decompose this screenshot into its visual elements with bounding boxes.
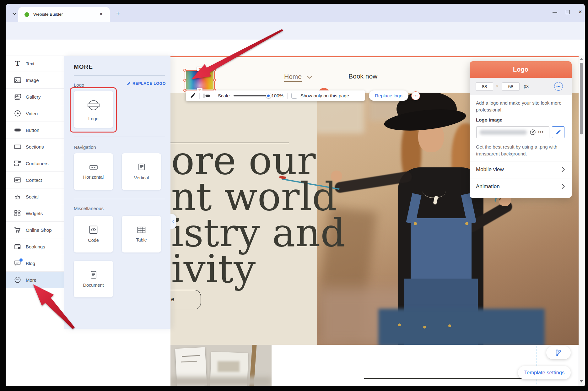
edit-pencil-icon[interactable] <box>190 93 196 98</box>
scrollbar-thumb[interactable] <box>580 63 583 134</box>
window-close-icon[interactable]: ✕ <box>578 9 582 15</box>
screenshot: Website Builder ✕ + ✕ <box>0 0 588 391</box>
logo-height-input[interactable]: 58 <box>502 82 520 91</box>
selection-handle[interactable] <box>213 79 216 82</box>
selection-handle[interactable] <box>213 69 216 72</box>
card-vertical[interactable]: Vertical <box>122 153 161 190</box>
scrollbar-down-arrow[interactable] <box>580 380 583 383</box>
card-horizontal[interactable]: Horizontal <box>74 153 113 190</box>
annotation-highlight-box <box>70 87 117 133</box>
filename-more-icon[interactable]: ••• <box>538 129 544 134</box>
page-scrollbar[interactable] <box>579 56 584 386</box>
necklace-cord <box>423 184 446 198</box>
tab-search-button[interactable] <box>11 10 18 18</box>
builder-toolbar: onecom Page: Home Help Save <box>6 40 585 56</box>
size-unit-label: px <box>524 83 529 89</box>
document-icon <box>89 271 98 279</box>
scale-value: 100% <box>272 93 283 98</box>
video-icon <box>14 110 21 117</box>
scale-label: Scale <box>218 93 230 98</box>
sidebar-item-blog[interactable]: Blog <box>6 255 64 272</box>
more-panel-title: MORE <box>74 63 93 70</box>
sidebar-item-containers[interactable]: Containers <box>6 155 64 172</box>
sidebar-item-text[interactable]: T Text <box>6 55 64 72</box>
show-only-label: Show only on this page <box>300 93 349 98</box>
color-swatches-icon <box>555 349 562 356</box>
logo-width-input[interactable]: 88 <box>476 82 493 91</box>
overall-bib <box>411 218 472 283</box>
card-code[interactable]: Code <box>74 216 113 253</box>
blog-icon <box>14 260 21 267</box>
new-tab-button[interactable]: + <box>116 11 120 16</box>
sidebar-item-video[interactable]: Video <box>6 105 64 122</box>
selection-handle[interactable] <box>183 69 186 72</box>
button-icon <box>14 127 21 133</box>
contact-icon <box>14 176 21 183</box>
nav-home-chevron-icon[interactable] <box>307 76 312 79</box>
window-minimize-icon[interactable] <box>553 12 557 13</box>
mobile-view-row[interactable]: Mobile view <box>470 161 572 178</box>
selection-more-options-icon[interactable]: ••• <box>411 91 420 100</box>
scale-slider-thumb[interactable] <box>266 93 271 98</box>
gallery-icon <box>14 93 21 100</box>
sidebar-item-widgets[interactable]: Widgets <box>6 205 64 222</box>
sidebar-item-contact[interactable]: Contact <box>6 172 64 188</box>
sidebar-item-sections[interactable]: Sections <box>6 138 64 155</box>
more-panel: MORE Logo REPLACE LOGO Logo Navigation H… <box>64 56 170 329</box>
show-only-checkbox[interactable] <box>291 93 297 99</box>
tab-title: Website Builder <box>33 12 63 17</box>
logo-panel-description: Add a logo and make your site look more … <box>476 100 569 113</box>
table-icon <box>137 226 146 234</box>
logo-filename-field[interactable]: ••• <box>476 126 549 138</box>
sidebar-item-online-shop[interactable]: Online Shop <box>6 222 64 238</box>
widgets-icon <box>14 210 21 217</box>
edit-logo-image-button[interactable] <box>552 126 564 138</box>
social-thumbs-up-icon <box>14 193 21 200</box>
sidebar-item-image[interactable]: Image <box>6 72 64 89</box>
scrollbar-up-arrow[interactable] <box>580 58 583 60</box>
sidebar-item-gallery[interactable]: Gallery <box>6 89 64 105</box>
sidebar-item-bookings[interactable]: Bookings <box>6 238 64 255</box>
hero-cta-label: e <box>171 296 174 303</box>
card-table[interactable]: Table <box>122 216 161 253</box>
more-ellipsis-icon <box>14 276 21 283</box>
tab-close-icon[interactable]: ✕ <box>99 12 103 17</box>
replace-logo-action[interactable]: REPLACE LOGO <box>109 81 166 86</box>
scale-slider[interactable] <box>234 93 270 98</box>
template-settings-button[interactable]: Template settings <box>518 366 571 379</box>
logo-selection-toolbar: Scale 100% Show only on this page <box>186 90 365 101</box>
url-row <box>6 22 585 40</box>
bookings-calendar-icon <box>14 243 21 250</box>
image-icon <box>14 77 21 84</box>
panel-collapse-handle[interactable] <box>170 214 176 229</box>
navigation-section-label: Navigation <box>74 144 96 150</box>
logo-settings-panel: Logo 88 × 58 px ••• Add a logo and make … <box>470 61 572 198</box>
nav-link-home[interactable]: Home <box>284 73 302 82</box>
selection-move-up-button[interactable] <box>197 67 202 71</box>
sidebar-item-button[interactable]: Button <box>6 122 64 138</box>
logo-section-label: Logo <box>74 82 84 88</box>
card-document[interactable]: Document <box>74 261 113 297</box>
blog-notification-dot <box>19 258 23 262</box>
animation-row[interactable]: Animation <box>470 178 572 195</box>
logo-position-icon[interactable] <box>203 93 210 98</box>
site-top-accent <box>170 56 579 57</box>
miscellaneous-section-label: Miscellaneous <box>74 206 104 211</box>
logo-panel-helper: Get the best result by using a .png with… <box>476 144 570 157</box>
sidebar-item-social[interactable]: Social <box>6 188 64 205</box>
hero-heading-line-4: ivity <box>171 249 256 288</box>
containers-icon <box>14 160 21 167</box>
template-style-button[interactable] <box>546 346 571 359</box>
clear-filename-icon[interactable] <box>529 129 536 136</box>
browser-tab[interactable]: Website Builder ✕ <box>18 7 110 22</box>
text-icon: T <box>14 60 21 67</box>
replace-logo-button[interactable]: Replace logo <box>369 90 408 101</box>
nav-link-book-now[interactable]: Book now <box>348 73 377 80</box>
logo-panel-header: Logo <box>470 61 572 78</box>
window-maximize-icon[interactable] <box>566 10 570 14</box>
vertical-nav-icon <box>138 163 146 171</box>
size-more-options-icon[interactable]: ••• <box>554 82 563 91</box>
selection-handle[interactable] <box>183 79 186 82</box>
denim-bottom <box>378 309 545 345</box>
sidebar-item-more[interactable]: More <box>6 272 64 288</box>
